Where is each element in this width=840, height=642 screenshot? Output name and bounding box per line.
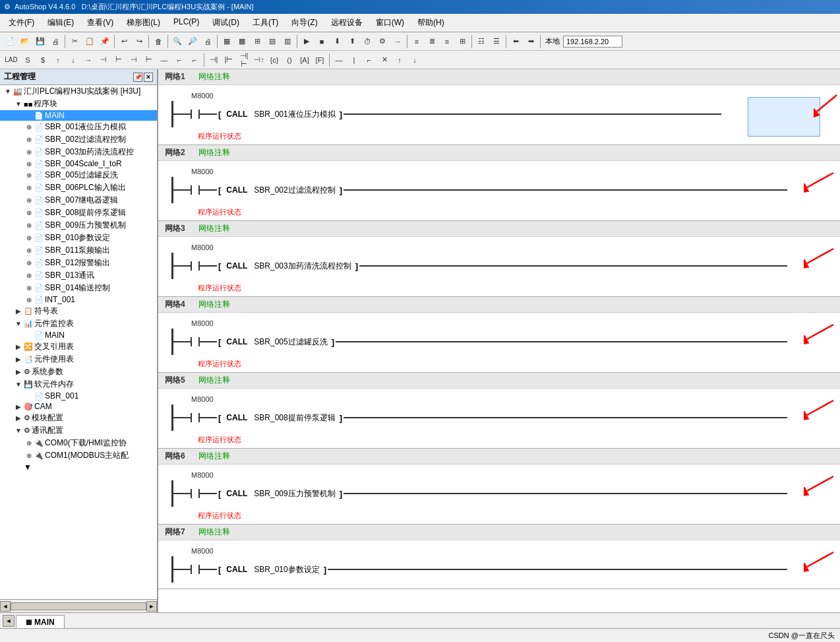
tb-clk[interactable]: ⏱ bbox=[360, 34, 375, 49]
tb-x1[interactable]: ≡ bbox=[409, 34, 424, 49]
tb-print2[interactable]: 🖨 bbox=[200, 34, 215, 49]
tree-com1[interactable]: ⊕ 🔌 COM1(MODBUS主站配 bbox=[0, 449, 157, 462]
tree-sbr009[interactable]: ⊕ 📄 SBR_009压力预警机制 bbox=[0, 219, 157, 232]
tree-com0[interactable]: ⊕ 🔌 COM0(下载/HMI监控协 bbox=[0, 437, 157, 449]
tb-c1[interactable]: ⊣| bbox=[206, 53, 221, 67]
tb-redo[interactable]: ↪ bbox=[132, 34, 146, 49]
tb-new[interactable]: 📄 bbox=[3, 34, 17, 49]
tb-s1[interactable]: S bbox=[20, 53, 35, 67]
tree-comm[interactable]: ▼ ⚙ 通讯配置 bbox=[0, 424, 157, 437]
tb-c8[interactable]: [F] bbox=[313, 53, 327, 67]
menu-wizard[interactable]: 向导(Z) bbox=[285, 15, 323, 30]
menu-window[interactable]: 窗口(W) bbox=[370, 15, 410, 30]
menu-plc[interactable]: PLC(P) bbox=[167, 15, 205, 30]
tree-sbr011[interactable]: ⊕ 📄 SBR_011泵频输出 bbox=[0, 244, 157, 257]
sidebar-scroll-right[interactable]: ► bbox=[146, 601, 157, 612]
tb-search[interactable]: 🔍 bbox=[170, 34, 185, 49]
tree-sbr014[interactable]: ⊕ 📄 SBR_014输送控制 bbox=[0, 282, 157, 294]
tb-lad4[interactable]: ⊣ bbox=[127, 53, 141, 67]
tb-z2[interactable]: ➡ bbox=[524, 34, 538, 49]
tb-b4[interactable]: ▤ bbox=[265, 34, 280, 49]
tb-c5[interactable]: {c} bbox=[267, 53, 282, 67]
tree-sbr001-mem[interactable]: 📄 SBR_001 bbox=[0, 391, 157, 401]
sidebar-scrollbar[interactable] bbox=[11, 602, 146, 610]
sidebar-scroll-left[interactable]: ◄ bbox=[0, 601, 11, 612]
tb-run[interactable]: ▶ bbox=[299, 34, 314, 49]
tb-c7[interactable]: [A] bbox=[297, 53, 312, 67]
tb-arrow-dn[interactable]: ↓ bbox=[66, 53, 80, 67]
tree-sbr006[interactable]: ⊕ 📄 SBR_006PLC输入输出 bbox=[0, 181, 157, 194]
tb-c6[interactable]: () bbox=[282, 53, 297, 67]
tb-b3[interactable]: ⊞ bbox=[250, 34, 264, 49]
tb-delete[interactable]: 🗑 bbox=[151, 34, 165, 49]
tree-symbol[interactable]: ▶ 📋 符号表 bbox=[0, 305, 157, 317]
tb-x3[interactable]: ≡ bbox=[440, 34, 454, 49]
tree-monitor[interactable]: ▼ 📊 元件监控表 bbox=[0, 317, 157, 330]
tab-scroll-left[interactable]: ◄ bbox=[3, 615, 15, 627]
menu-remote[interactable]: 远程设备 bbox=[325, 15, 369, 30]
tb-b1[interactable]: ▦ bbox=[220, 34, 234, 49]
tree-sbr007[interactable]: ⊕ 📄 SBR_007继电器逻辑 bbox=[0, 194, 157, 207]
tb-d3[interactable]: ⌐ bbox=[362, 53, 376, 67]
tree-sbr004[interactable]: ⊕ 📄 SBR_004Scale_I_toR bbox=[0, 158, 157, 169]
tree-sbr008[interactable]: ⊕ 📄 SBR_008提前停泵逻辑 bbox=[0, 207, 157, 219]
menu-help[interactable]: 帮助(H) bbox=[411, 15, 450, 30]
tb-d2[interactable]: | bbox=[347, 53, 361, 67]
tree-monitor-main[interactable]: 📄 MAIN bbox=[0, 330, 157, 340]
tb-c3[interactable]: ⊣|⊢ bbox=[237, 53, 251, 67]
tb-d5[interactable]: ↑ bbox=[392, 53, 407, 67]
tab-main[interactable]: ▦ MAIN bbox=[16, 615, 65, 628]
tb-undo[interactable]: ↩ bbox=[117, 34, 131, 49]
tree-usage[interactable]: ▶ 📑 元件使用表 bbox=[0, 353, 157, 366]
tree-sysparams[interactable]: ▶ ⚙ 系统参数 bbox=[0, 366, 157, 378]
tb-lad3[interactable]: ⊢ bbox=[111, 53, 126, 67]
tb-lad6[interactable]: — bbox=[157, 53, 171, 67]
tb-z1[interactable]: ⬅ bbox=[508, 34, 523, 49]
tb-paste[interactable]: 📌 bbox=[98, 34, 112, 49]
tb-lad2[interactable]: ⊣ bbox=[96, 53, 111, 67]
tb-c4[interactable]: ⊣↑ bbox=[252, 53, 266, 67]
tb-zoom[interactable]: 🔎 bbox=[185, 34, 200, 49]
tb-b2[interactable]: ▩ bbox=[235, 34, 249, 49]
sidebar-pin-btn[interactable]: 📌 bbox=[133, 73, 142, 82]
tb-d4[interactable]: ✕ bbox=[377, 53, 392, 67]
ip-input[interactable] bbox=[563, 36, 622, 48]
tb-x2[interactable]: ≣ bbox=[425, 34, 439, 49]
tree-softmem[interactable]: ▼ 💾 软元件内存 bbox=[0, 378, 157, 391]
tree-project-root[interactable]: ▼ 🏭 汇川PLC编程H3U实战案例 [H3U] bbox=[0, 85, 157, 98]
tb-y1[interactable]: ☷ bbox=[474, 34, 489, 49]
tree-sbr005[interactable]: ⊕ 📄 SBR_005过滤罐反洗 bbox=[0, 169, 157, 181]
tree-module[interactable]: ▶ ⚙ 模块配置 bbox=[0, 412, 157, 424]
tb-s2[interactable]: $ bbox=[36, 53, 50, 67]
tb-cfg[interactable]: ⚙ bbox=[375, 34, 390, 49]
tb-c2[interactable]: |⊢ bbox=[222, 53, 236, 67]
tb-d1[interactable]: — bbox=[332, 53, 346, 67]
sidebar-close-btn[interactable]: ✕ bbox=[144, 73, 153, 82]
tb-stop[interactable]: ■ bbox=[315, 34, 329, 49]
tb-arr[interactable]: → bbox=[390, 34, 405, 49]
menu-file[interactable]: 文件(F) bbox=[3, 15, 40, 30]
tb-copy[interactable]: 📋 bbox=[82, 34, 97, 49]
tb-lad8[interactable]: ⌐ bbox=[187, 53, 202, 67]
content-area[interactable]: 网络1 网络注释 M8000 bbox=[158, 69, 840, 612]
tree-more[interactable]: ▼ bbox=[0, 462, 157, 472]
tree-main[interactable]: 📄 MAIN bbox=[0, 110, 157, 121]
menu-ladder[interactable]: 梯形图(L) bbox=[121, 15, 166, 30]
tree-sbr002[interactable]: ⊕ 📄 SBR_002过滤流程控制 bbox=[0, 133, 157, 146]
tb-lad[interactable]: LAD bbox=[3, 53, 20, 67]
menu-edit[interactable]: 编辑(E) bbox=[42, 15, 80, 30]
tree-sbr003[interactable]: ⊕ 📄 SBR_003加药清洗流程控 bbox=[0, 146, 157, 158]
tb-lad7[interactable]: ⌐ bbox=[172, 53, 187, 67]
tree-xref[interactable]: ▶ 🔀 交叉引用表 bbox=[0, 340, 157, 353]
tb-arrow-rt[interactable]: → bbox=[81, 53, 96, 67]
tb-save[interactable]: 💾 bbox=[33, 34, 47, 49]
tb-d6[interactable]: ↓ bbox=[407, 53, 422, 67]
tb-open[interactable]: 📂 bbox=[18, 34, 32, 49]
tree-sbr010[interactable]: ⊕ 📄 SBR_010参数设定 bbox=[0, 232, 157, 244]
tree-cam[interactable]: ▶ 🎯 CAM bbox=[0, 401, 157, 412]
tb-y2[interactable]: ☰ bbox=[489, 34, 504, 49]
tree-program-block[interactable]: ▼ ■■ 程序块 bbox=[0, 98, 157, 110]
tree-sbr012[interactable]: ⊕ 📄 SBR_012报警输出 bbox=[0, 257, 157, 269]
tb-dl[interactable]: ⬇ bbox=[330, 34, 344, 49]
menu-debug[interactable]: 调试(D) bbox=[206, 15, 245, 30]
